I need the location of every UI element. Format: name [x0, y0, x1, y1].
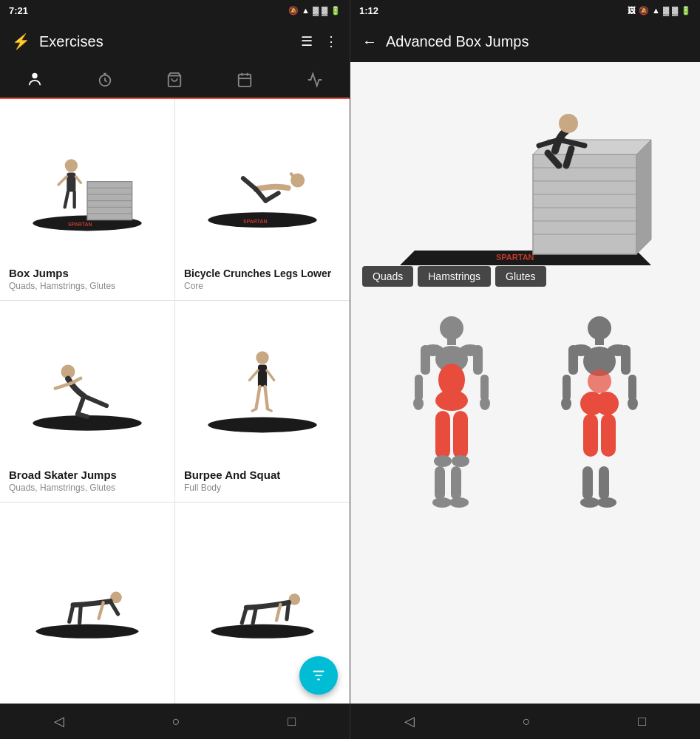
home-nav-btn[interactable]: ○ [154, 708, 198, 735]
svg-point-51 [211, 624, 314, 638]
muscle-tag-hamstrings: Hamstrings [418, 266, 491, 287]
svg-line-55 [253, 607, 256, 624]
list-icon[interactable]: ☰ [301, 33, 313, 50]
tab-person[interactable] [0, 62, 70, 98]
svg-rect-16 [67, 172, 75, 191]
svg-line-26 [265, 193, 278, 200]
filter-fab[interactable] [299, 656, 338, 695]
svg-rect-111 [583, 414, 598, 457]
muscle-tag-quads: Quads [362, 266, 413, 287]
svg-point-88 [480, 397, 490, 410]
exercise-muscles-box-jumps: Quads, Hamstrings, Glutes [9, 281, 166, 291]
tab-calendar[interactable] [210, 62, 280, 98]
exercise-image-broad-skater [9, 310, 166, 463]
svg-rect-62 [533, 154, 636, 254]
right-panel: 1:12 🖼 🔕 ▲ ▓ ▓ 🔋 ← Advanced Box Jumps SP… [350, 0, 700, 739]
left-time: 7:21 [9, 5, 28, 16]
app-logo-icon: ⚡ [12, 33, 30, 50]
right-back-nav-btn[interactable]: ◁ [387, 707, 432, 735]
svg-point-35 [208, 417, 316, 432]
svg-point-109 [561, 397, 571, 410]
back-body-figure [537, 313, 662, 520]
svg-point-92 [452, 455, 469, 467]
svg-line-33 [78, 396, 84, 414]
svg-line-48 [69, 605, 73, 622]
svg-line-54 [242, 607, 246, 623]
hero-image-area: SPARTAN [350, 62, 700, 299]
svg-line-41 [256, 386, 259, 409]
svg-rect-90 [453, 411, 468, 459]
svg-line-31 [71, 378, 81, 383]
svg-line-43 [252, 409, 256, 411]
right-time: 1:12 [359, 5, 378, 16]
svg-rect-85 [415, 375, 423, 401]
tab-cart[interactable] [140, 62, 210, 98]
svg-line-24 [243, 178, 256, 189]
svg-point-87 [413, 397, 424, 410]
svg-point-97 [588, 316, 611, 340]
svg-line-47 [110, 602, 118, 614]
svg-line-49 [80, 605, 81, 623]
exercise-card-box-jumps[interactable]: SPARTAN [0, 99, 174, 300]
right-exercise-title: Advanced Box Jumps [386, 33, 529, 50]
svg-text:SPARTAN: SPARTAN [243, 219, 267, 224]
svg-rect-84 [473, 345, 483, 375]
svg-point-115 [580, 497, 599, 508]
recents-nav-btn[interactable]: □ [270, 708, 313, 735]
svg-rect-113 [582, 466, 593, 500]
svg-rect-93 [435, 466, 445, 500]
svg-line-17 [58, 176, 67, 184]
svg-line-44 [268, 409, 271, 411]
right-back-button[interactable]: ← [362, 33, 377, 50]
tab-timer[interactable] [70, 62, 140, 98]
svg-point-96 [449, 497, 469, 508]
svg-marker-69 [636, 140, 651, 254]
more-options-icon[interactable]: ⋮ [324, 33, 338, 50]
muscle-diagram [350, 299, 700, 535]
exercise-muscles-bicycle-crunches: Core [184, 281, 341, 291]
svg-line-19 [65, 191, 68, 207]
left-app-header: ⚡ Exercises ☰ ⋮ [0, 21, 350, 62]
svg-rect-38 [258, 375, 267, 386]
front-body-figure [389, 313, 514, 520]
tab-chart[interactable] [279, 62, 350, 98]
svg-point-0 [33, 73, 38, 78]
back-nav-btn[interactable]: ◁ [36, 707, 82, 735]
svg-rect-83 [421, 345, 430, 375]
svg-rect-112 [601, 414, 616, 457]
exercise-card-bicycle-crunches[interactable]: SPARTAN Bicycle Crunches Legs Lower [175, 99, 350, 300]
svg-text:SPARTAN: SPARTAN [68, 222, 92, 227]
exercise-name-bicycle-crunches: Bicycle Crunches Legs Lower [184, 268, 341, 279]
svg-line-39 [250, 370, 258, 380]
svg-point-95 [432, 497, 452, 508]
right-app-header: ← Advanced Box Jumps [350, 21, 700, 62]
exercise-card-burpee-squat[interactable]: Burpee And Squat Full Body [175, 301, 350, 502]
muscle-tag-glutes: Glutes [495, 266, 546, 287]
exercise-image-box-jumps: SPARTAN [9, 108, 166, 261]
svg-point-82 [435, 390, 468, 411]
exercise-card-5[interactable] [0, 503, 174, 704]
svg-rect-3 [239, 75, 251, 87]
left-status-icons: 🔕 ▲ ▓ ▓ 🔋 [288, 6, 341, 16]
svg-point-36 [256, 351, 268, 364]
right-status-icons: 🖼 🔕 ▲ ▓ ▓ 🔋 [628, 6, 691, 16]
tab-bar [0, 62, 350, 99]
exercise-muscles-broad-skater: Quads, Hamstrings, Glutes [9, 483, 166, 493]
svg-point-110 [628, 397, 638, 410]
svg-point-104 [595, 392, 619, 415]
svg-line-34 [78, 414, 87, 416]
exercise-image-bicycle-crunches: SPARTAN [184, 108, 341, 262]
right-home-nav-btn[interactable]: ○ [505, 708, 548, 735]
svg-point-91 [434, 455, 452, 467]
exercise-card-broad-skater[interactable]: Broad Skater Jumps Quads, Hamstrings, Gl… [0, 301, 174, 502]
svg-line-42 [265, 386, 267, 409]
svg-point-116 [597, 497, 616, 508]
header-action-icons: ☰ ⋮ [301, 33, 338, 50]
exercise-muscles-burpee-squat: Full Body [184, 483, 341, 493]
svg-line-53 [287, 602, 289, 619]
right-nav-bar: ◁ ○ □ [350, 704, 700, 739]
right-recents-nav-btn[interactable]: □ [620, 708, 664, 735]
exercise-name-burpee-squat: Burpee And Squat [184, 469, 341, 481]
svg-line-18 [75, 176, 81, 183]
svg-rect-98 [595, 338, 604, 345]
